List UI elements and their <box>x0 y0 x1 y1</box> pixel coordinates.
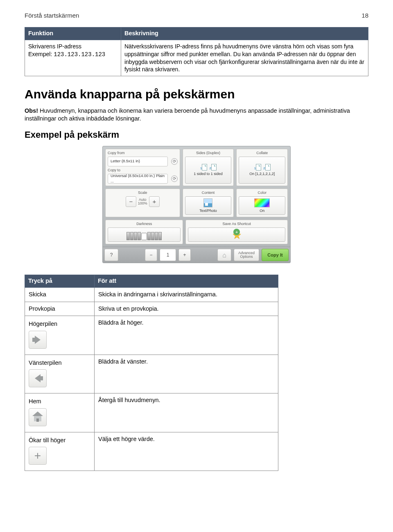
action-name: Skicka <box>25 287 95 302</box>
color-button[interactable]: On <box>239 196 285 215</box>
shortcut-button[interactable]: ★+ <box>188 227 285 242</box>
advanced-options-button[interactable]: Advanced Options <box>234 249 259 261</box>
action-desc: Återgå till huvudmenyn. <box>95 393 278 432</box>
page-number: 18 <box>361 11 368 20</box>
page-header: Förstå startskärmen 18 <box>25 11 368 20</box>
home-button[interactable]: ⌂ <box>217 249 231 261</box>
action-name: Vänsterpilen <box>29 359 90 367</box>
copy-from-value: Letter (8.5x11 in) <box>111 159 140 164</box>
collate-button[interactable]: 1 2 On [1,2,1,2,1,2] <box>239 157 285 184</box>
copies-plus-button[interactable]: + <box>178 249 191 261</box>
table-row: Ökar till höger + Välja ett högre värde. <box>25 432 278 471</box>
scale-group: Scale − Auto 100% + <box>105 189 180 217</box>
copies-count: 1 <box>160 249 176 261</box>
content-button[interactable]: Text/Photo <box>185 196 232 215</box>
ip-title: Skrivarens IP-adress <box>28 43 117 50</box>
page-header-title: Förstå startskärmen <box>25 11 79 20</box>
table-row: Provkopia Skriva ut en provkopia. <box>25 302 278 316</box>
content-label: Content <box>185 190 232 195</box>
table-row: Vänsterpilen Bläddra åt vänster. <box>25 355 278 393</box>
help-icon: ? <box>110 252 113 258</box>
action-desc: Bläddra åt höger. <box>95 316 278 355</box>
cell-ip-function: Skrivarens IP-adress Exempel: 123.123.12… <box>25 40 121 76</box>
th-foratt: För att <box>95 275 278 288</box>
darkness-label: Darkness <box>108 221 181 226</box>
action-name: Hem <box>29 398 90 406</box>
content-group: Content Text/Photo <box>183 189 234 217</box>
action-name: Högerpilen <box>29 320 90 328</box>
advanced-options-label: Advanced Options <box>238 251 255 259</box>
content-value: Text/Photo <box>199 208 217 213</box>
arrow-left-icon <box>35 374 41 382</box>
copy-to-field[interactable]: Universal (8.50x14.00 in.) Plain ... <box>108 174 168 184</box>
pages-icon: 1 2 <box>254 164 271 171</box>
darkness-slider[interactable] <box>108 227 181 242</box>
star-plus-icon: ★+ <box>232 230 242 240</box>
note-label: Obs! <box>25 107 38 114</box>
left-arrow-button[interactable] <box>29 369 47 387</box>
action-cell: Ökar till höger + <box>25 432 95 471</box>
increase-button[interactable]: + <box>29 447 47 465</box>
home-icon <box>32 413 43 422</box>
cycle-icon[interactable]: ⟳ <box>171 175 178 182</box>
ip-example-value: 123.123.123.123 <box>54 51 105 58</box>
arrow-right-icon <box>35 336 41 344</box>
action-cell: Vänsterpilen <box>25 355 95 393</box>
action-desc: Välja ett högre värde. <box>95 432 278 471</box>
scale-pct: 100% <box>138 202 147 205</box>
subsection-heading: Exempel på pekskärm <box>25 129 368 141</box>
copy-from-label: Copy from <box>108 150 178 155</box>
table-row: Hem Återgå till huvudmenyn. <box>25 393 278 432</box>
table-row: Skicka Skicka in ändringarna i skrivarin… <box>25 287 278 302</box>
slider-handle-icon <box>141 233 147 240</box>
scale-label: Scale <box>138 190 147 195</box>
copy-to-label: Copy to <box>108 168 178 173</box>
sides-label: Sides (Duplex) <box>185 150 232 155</box>
action-name: Ökar till höger <box>29 437 90 445</box>
table-row: Högerpilen Bläddra åt höger. <box>25 316 278 355</box>
plus-button[interactable]: + <box>149 196 160 207</box>
touchscreen-mock: Copy from Letter (8.5x11 in) ⟳ Copy to U… <box>102 146 291 264</box>
home-icon: ⌂ <box>222 251 226 260</box>
note-text: Huvudmenyn, knapparna och ikonerna kan v… <box>25 107 350 122</box>
actions-table: Tryck på För att Skicka Skicka in ändrin… <box>25 275 278 471</box>
color-group: Color On <box>236 189 288 217</box>
scale-value: Auto 100% <box>138 198 147 205</box>
gradient-icon <box>254 198 270 207</box>
scale-stepper: − Auto 100% + <box>126 196 160 207</box>
help-button[interactable]: ? <box>104 249 118 261</box>
collate-label: Collate <box>239 150 285 155</box>
copy-from-field[interactable]: Letter (8.5x11 in) <box>108 157 168 166</box>
darkness-group: Darkness <box>105 220 183 244</box>
color-value: On <box>260 208 264 213</box>
sides-button[interactable]: 1 2 1 sided to 1 sided <box>185 157 232 184</box>
shortcut-group: Save As Shortcut ★+ <box>185 220 288 244</box>
cycle-icon[interactable]: ⟳ <box>171 158 178 165</box>
photo-icon <box>203 198 212 207</box>
pages-icon: 1 2 <box>200 164 217 171</box>
action-cell: Högerpilen <box>25 316 95 355</box>
action-name: Provkopia <box>25 302 95 316</box>
sides-group: Sides (Duplex) 1 2 1 sided to 1 sided <box>183 149 234 186</box>
right-arrow-button[interactable] <box>29 331 47 349</box>
action-desc: Skriva ut en provkopia. <box>95 302 278 316</box>
collate-value: On [1,2,1,2,1,2] <box>249 171 275 176</box>
copies-minus-button[interactable]: − <box>145 249 157 261</box>
th-funktion: Funktion <box>25 27 121 40</box>
copy-from-group: Copy from Letter (8.5x11 in) ⟳ Copy to U… <box>105 149 180 186</box>
th-beskrivning: Beskrivning <box>121 27 368 40</box>
function-table: Funktion Beskrivning Skrivarens IP-adres… <box>25 27 368 76</box>
minus-button[interactable]: − <box>126 196 136 207</box>
copy-it-button[interactable]: Copy It <box>262 249 289 261</box>
sides-value: 1 sided to 1 sided <box>194 171 223 176</box>
home-button[interactable] <box>29 408 47 426</box>
plus-icon: + <box>34 450 41 462</box>
shortcut-label: Save As Shortcut <box>188 221 285 226</box>
section-heading: Använda knapparna på pekskärmen <box>25 86 368 103</box>
collate-group: Collate 1 2 On [1,2,1,2,1,2] <box>236 149 288 186</box>
touchscreen-footer: ? − 1 + ⌂ Advanced Options Copy It <box>103 247 290 263</box>
cell-ip-desc: Nätverksskrivarens IP-adress finns på hu… <box>121 40 368 76</box>
ip-example: Exempel: 123.123.123.123 <box>28 50 117 59</box>
touchscreen-figure: Copy from Letter (8.5x11 in) ⟳ Copy to U… <box>25 146 368 264</box>
action-desc: Bläddra åt vänster. <box>95 355 278 393</box>
